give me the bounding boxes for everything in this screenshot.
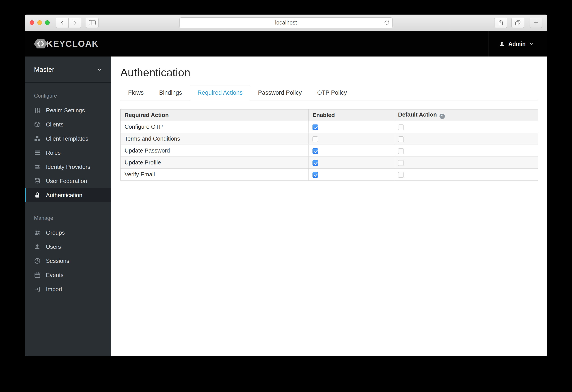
- toolbar-right-group: [490, 18, 542, 28]
- exchange-icon: [34, 164, 41, 170]
- enabled-checkbox[interactable]: [313, 124, 318, 130]
- enabled-checkbox[interactable]: [313, 136, 318, 142]
- new-tab-button[interactable]: [530, 18, 542, 28]
- enabled-checkbox[interactable]: [313, 148, 318, 154]
- sidebar-section-manage: Manage Groups Users Sessions: [25, 202, 111, 296]
- sidebar-toggle-button[interactable]: [86, 18, 98, 28]
- user-menu[interactable]: Admin: [489, 31, 547, 57]
- sliders-icon: [34, 107, 41, 114]
- enabled-checkbox[interactable]: [313, 172, 318, 178]
- default-action-checkbox[interactable]: [398, 136, 404, 142]
- table-row: Configure OTP: [121, 121, 538, 133]
- table-row: Terms and Conditions: [121, 133, 538, 145]
- enabled-checkbox[interactable]: [313, 160, 318, 166]
- required-action-label: Terms and Conditions: [121, 133, 309, 145]
- app-navbar: KEYCLOAK Admin: [25, 31, 547, 57]
- minimize-button[interactable]: [37, 20, 42, 25]
- list-icon: [34, 150, 41, 156]
- required-action-label: Verify Email: [121, 169, 309, 181]
- realm-name: Master: [34, 66, 54, 73]
- import-icon: [34, 286, 41, 292]
- sidebar-item-users[interactable]: Users: [25, 240, 111, 254]
- tab-password-policy[interactable]: Password Policy: [250, 85, 309, 100]
- keycloak-logo[interactable]: KEYCLOAK: [25, 31, 98, 57]
- chevron-right-icon: [72, 20, 77, 25]
- database-icon: [34, 178, 41, 184]
- tab-flows[interactable]: Flows: [120, 85, 152, 100]
- sidebar-item-label: Groups: [46, 229, 65, 236]
- sidebar-item-clients[interactable]: Clients: [25, 117, 111, 132]
- sidebar-item-client-templates[interactable]: Client Templates: [25, 132, 111, 146]
- fullscreen-button[interactable]: [45, 20, 50, 25]
- clock-icon: [34, 257, 41, 264]
- sidebar-item-label: Client Templates: [46, 135, 88, 142]
- user-icon: [34, 243, 41, 250]
- plus-icon: [533, 20, 539, 26]
- default-action-checkbox[interactable]: [398, 172, 404, 178]
- default-action-checkbox[interactable]: [398, 148, 404, 154]
- window-controls: [30, 20, 50, 25]
- forward-button[interactable]: [68, 18, 81, 28]
- tab-bar: Flows Bindings Required Actions Password…: [120, 85, 538, 100]
- lock-icon: [34, 192, 41, 198]
- table-row: Update Password: [121, 145, 538, 157]
- realm-selector[interactable]: Master: [25, 57, 111, 83]
- sidebar-section-configure: Configure Realm Settings Clients Client …: [25, 83, 111, 202]
- sidebar-item-label: User Federation: [46, 178, 87, 184]
- required-action-label: Configure OTP: [121, 121, 309, 133]
- cubes-icon: [34, 135, 41, 142]
- sidebar-item-user-federation[interactable]: User Federation: [25, 174, 111, 188]
- default-action-checkbox[interactable]: [398, 124, 404, 130]
- default-action-checkbox[interactable]: [398, 160, 404, 166]
- sidebar-item-sessions[interactable]: Sessions: [25, 254, 111, 268]
- reload-icon[interactable]: [384, 20, 389, 25]
- required-action-label: Update Profile: [121, 157, 309, 169]
- required-action-label: Update Password: [121, 145, 309, 157]
- sidebar-item-identity-providers[interactable]: Identity Providers: [25, 160, 111, 174]
- share-button[interactable]: [494, 18, 507, 28]
- sidebar-toggle-icon: [89, 20, 96, 25]
- user-name: Admin: [508, 41, 526, 47]
- calendar-icon: [34, 272, 41, 278]
- sidebar-section-label: Manage: [25, 202, 111, 226]
- keycloak-emblem-icon: [33, 38, 48, 49]
- main-content: Authentication Flows Bindings Required A…: [111, 57, 547, 356]
- chevron-left-icon: [60, 20, 65, 25]
- sidebar: Master Configure Realm Settings Clients: [25, 57, 111, 356]
- tab-required-actions[interactable]: Required Actions: [190, 85, 250, 100]
- browser-window: localhost KEYCLOAK Admin: [25, 15, 547, 356]
- help-icon[interactable]: [440, 114, 445, 119]
- share-icon: [498, 19, 504, 26]
- sidebar-item-import[interactable]: Import: [25, 282, 111, 296]
- sidebar-item-label: Users: [46, 243, 61, 250]
- sidebar-item-authentication[interactable]: Authentication: [25, 188, 111, 202]
- back-button[interactable]: [56, 18, 69, 28]
- chevron-down-icon: [529, 42, 534, 46]
- page-title: Authentication: [120, 66, 538, 79]
- sidebar-item-label: Sessions: [46, 257, 69, 264]
- sidebar-item-label: Clients: [46, 121, 64, 128]
- address-bar[interactable]: localhost: [179, 17, 393, 28]
- address-text: localhost: [275, 19, 297, 26]
- sidebar-item-groups[interactable]: Groups: [25, 226, 111, 240]
- sidebar-item-label: Identity Providers: [46, 164, 90, 170]
- user-avatar-icon: [499, 41, 505, 47]
- sidebar-item-label: Events: [46, 272, 64, 279]
- tab-bindings[interactable]: Bindings: [152, 85, 190, 100]
- sidebar-item-roles[interactable]: Roles: [25, 146, 111, 160]
- sidebar-item-label: Realm Settings: [46, 107, 85, 114]
- close-button[interactable]: [30, 20, 34, 25]
- sidebar-item-events[interactable]: Events: [25, 268, 111, 282]
- brand-text: KEYCLOAK: [46, 39, 98, 49]
- sidebar-item-realm-settings[interactable]: Realm Settings: [25, 103, 111, 117]
- table-row: Verify Email: [121, 169, 538, 181]
- sidebar-item-label: Authentication: [46, 192, 82, 199]
- tab-overview-button[interactable]: [511, 18, 524, 28]
- tabs-overview-icon: [515, 20, 521, 26]
- required-actions-table: Required Action Enabled Default Action C…: [120, 109, 538, 181]
- cube-icon: [34, 121, 41, 128]
- groups-icon: [34, 229, 41, 236]
- tab-otp-policy[interactable]: OTP Policy: [309, 85, 355, 100]
- table-header-row: Required Action Enabled Default Action: [121, 109, 538, 121]
- history-nav: [56, 18, 81, 28]
